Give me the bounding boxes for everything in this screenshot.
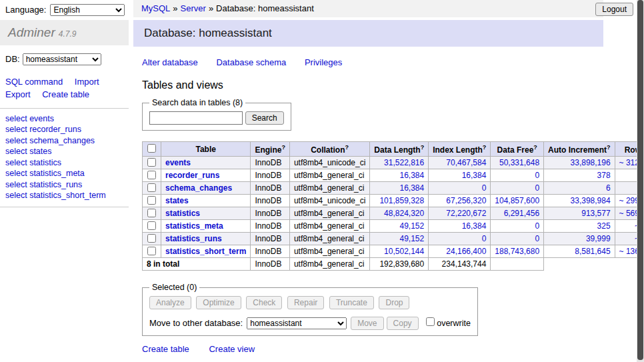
index-length-cell[interactable]: 24,166,400 xyxy=(429,245,491,258)
overwrite-checkbox[interactable] xyxy=(426,317,435,326)
check-button[interactable]: Check xyxy=(246,296,282,309)
help-icon[interactable]: ? xyxy=(607,144,611,151)
row-checkbox-statistics_meta[interactable] xyxy=(147,221,156,230)
total-engine-cell: InnoDB xyxy=(251,258,290,271)
help-icon[interactable]: ? xyxy=(533,144,537,151)
breadcrumb-server-link[interactable]: Server xyxy=(181,3,206,13)
move-button[interactable]: Move xyxy=(351,317,383,330)
import-link[interactable]: Import xyxy=(75,77,99,87)
create-table-link-sidebar[interactable]: Create table xyxy=(42,89,89,99)
auto-increment-cell[interactable]: 325 xyxy=(544,220,615,233)
breadcrumb-separator: » xyxy=(209,3,213,13)
index-length-cell[interactable]: 70,467,584 xyxy=(429,157,491,169)
database-schema-link[interactable]: Database schema xyxy=(216,57,286,67)
data-length-cell[interactable]: 10,502,144 xyxy=(370,245,429,258)
create-table-link[interactable]: Create table xyxy=(142,344,189,354)
help-icon[interactable]: ? xyxy=(345,144,349,151)
data-free-cell[interactable]: 0 xyxy=(491,169,544,182)
data-free-cell[interactable]: 0 xyxy=(491,220,544,233)
auto-increment-cell[interactable]: 6 xyxy=(544,182,615,195)
auto-increment-cell[interactable]: 378 xyxy=(544,169,615,182)
sidebar-select-states-link[interactable]: select states xyxy=(5,147,129,157)
auto-increment-cell[interactable]: 8,581,645 xyxy=(544,245,615,258)
row-checkbox-recorder_runs[interactable] xyxy=(147,171,156,179)
create-view-link[interactable]: Create view xyxy=(209,344,255,354)
logout-button[interactable]: Logout xyxy=(595,3,633,16)
selected-buttons: Analyze Optimize Check Repair Truncate D… xyxy=(149,296,471,309)
data-length-cell[interactable]: 16,384 xyxy=(370,169,429,182)
auto-increment-cell[interactable]: 33,398,984 xyxy=(544,195,615,207)
table-link-statistics[interactable]: statistics xyxy=(165,209,200,218)
breadcrumb-mysql-link[interactable]: MySQL xyxy=(141,3,170,13)
data-length-cell[interactable]: 31,522,816 xyxy=(370,157,429,169)
sidebar-select-statistics_runs-link[interactable]: select statistics_runs xyxy=(5,180,129,191)
row-checkbox-events[interactable] xyxy=(147,158,156,167)
table-link-recorder_runs[interactable]: recorder_runs xyxy=(165,171,219,180)
help-icon[interactable]: ? xyxy=(483,144,487,151)
drop-button[interactable]: Drop xyxy=(379,296,409,309)
table-link-statistics_runs[interactable]: statistics_runs xyxy=(165,234,222,243)
row-checkbox-schema_changes[interactable] xyxy=(147,183,156,192)
index-length-cell[interactable]: 0 xyxy=(429,182,491,195)
data-free-cell[interactable]: 50,331,648 xyxy=(491,157,544,169)
help-icon[interactable]: ? xyxy=(421,144,425,151)
vertical-scrollbar[interactable] xyxy=(637,0,644,362)
table-link-statistics_short_term[interactable]: statistics_short_term xyxy=(165,247,246,256)
sidebar-select-recorder_runs-link[interactable]: select recorder_runs xyxy=(5,125,129,135)
alter-database-link[interactable]: Alter database xyxy=(142,57,198,67)
index-length-cell[interactable]: 0 xyxy=(429,233,491,245)
column-header-engine: Engine? xyxy=(251,142,290,157)
collation-cell: utf8mb4_general_ci xyxy=(289,182,369,195)
scrollbar-thumb[interactable] xyxy=(637,0,643,360)
table-link-states[interactable]: states xyxy=(165,196,189,205)
sidebar-select-events-link[interactable]: select events xyxy=(5,114,129,125)
data-length-cell[interactable]: 48,824,320 xyxy=(370,207,429,220)
language-select[interactable]: English xyxy=(50,4,125,16)
search-button[interactable]: Search xyxy=(245,111,284,125)
data-length-cell[interactable]: 101,859,328 xyxy=(370,195,429,207)
table-link-schema_changes[interactable]: schema_changes xyxy=(165,183,232,193)
index-length-cell[interactable]: 16,384 xyxy=(429,220,491,233)
data-free-cell[interactable]: 104,857,600 xyxy=(491,195,544,207)
sidebar-select-statistics_meta-link[interactable]: select statistics_meta xyxy=(5,169,129,179)
auto-increment-cell[interactable]: 913,577 xyxy=(544,207,615,220)
truncate-button[interactable]: Truncate xyxy=(329,296,374,309)
repair-button[interactable]: Repair xyxy=(287,296,324,309)
index-length-cell[interactable]: 16,384 xyxy=(429,169,491,182)
auto-increment-cell[interactable]: 33,898,196 xyxy=(544,157,615,169)
privileges-link[interactable]: Privileges xyxy=(305,57,342,67)
data-length-cell[interactable]: 49,152 xyxy=(370,220,429,233)
data-length-cell[interactable]: 49,152 xyxy=(370,233,429,245)
column-header-collation: Collation? xyxy=(289,142,369,157)
data-length-cell[interactable]: 16,384 xyxy=(370,182,429,195)
collation-cell: utf8mb4_general_ci xyxy=(289,233,369,245)
search-input[interactable] xyxy=(149,111,243,125)
db-select[interactable]: homeassistant xyxy=(23,53,101,65)
row-checkbox-statistics[interactable] xyxy=(147,209,156,217)
help-icon[interactable]: ? xyxy=(281,144,285,151)
export-link[interactable]: Export xyxy=(5,89,31,99)
select-all-checkbox[interactable] xyxy=(147,144,156,153)
data-free-cell[interactable]: 0 xyxy=(491,233,544,245)
index-length-cell[interactable]: 67,256,320 xyxy=(429,195,491,207)
index-length-cell[interactable]: 72,220,672 xyxy=(429,207,491,220)
row-checkbox-states[interactable] xyxy=(147,196,156,205)
sql-command-link[interactable]: SQL command xyxy=(5,77,63,87)
data-free-cell[interactable]: 0 xyxy=(491,182,544,195)
row-checkbox-statistics_runs[interactable] xyxy=(147,234,156,243)
table-link-statistics_meta[interactable]: statistics_meta xyxy=(165,221,223,231)
row-checkbox-statistics_short_term[interactable] xyxy=(147,247,156,255)
data-free-cell[interactable]: 188,743,680 xyxy=(491,245,544,258)
page-title: Database: homeassistant xyxy=(133,20,603,47)
optimize-button[interactable]: Optimize xyxy=(196,296,241,309)
data-free-cell[interactable]: 6,291,456 xyxy=(491,207,544,220)
sidebar-select-schema_changes-link[interactable]: select schema_changes xyxy=(5,136,129,147)
table-link-events[interactable]: events xyxy=(165,158,191,167)
move-database-select[interactable]: homeassistant xyxy=(247,317,347,329)
sidebar-table-list: select eventsselect recorder_runsselect … xyxy=(5,114,129,201)
analyze-button[interactable]: Analyze xyxy=(149,296,191,309)
auto-increment-cell[interactable]: 39,999 xyxy=(544,233,615,245)
sidebar-select-statistics_short_term-link[interactable]: select statistics_short_term xyxy=(5,191,129,201)
copy-button[interactable]: Copy xyxy=(387,317,419,330)
sidebar-select-statistics-link[interactable]: select statistics xyxy=(5,158,129,169)
